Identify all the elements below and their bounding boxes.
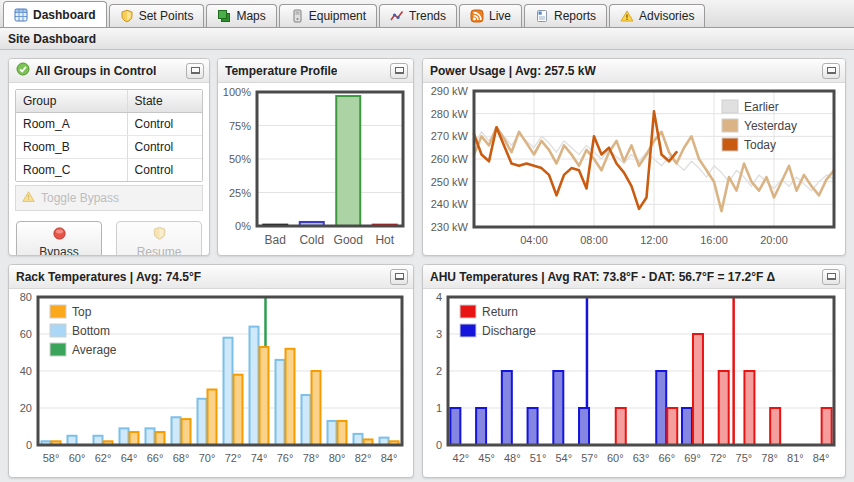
svg-text:Top: Top <box>72 305 92 319</box>
tab-live[interactable]: Live <box>459 4 522 27</box>
tab-label: Dashboard <box>33 8 96 22</box>
table-row[interactable]: Room_B Control <box>16 136 202 159</box>
svg-text:60°: 60° <box>69 452 86 464</box>
group-name: Room_C <box>16 159 128 181</box>
tab-advisories[interactable]: Advisories <box>609 4 705 27</box>
server-icon <box>290 9 304 23</box>
group-name: Room_A <box>16 113 128 135</box>
svg-text:68°: 68° <box>173 452 190 464</box>
shield-icon <box>152 226 167 244</box>
ahu-temperatures-svg: 0123442°45°48°51°54°57°60°63°66°69°72°75… <box>426 292 842 474</box>
minimize-button[interactable] <box>390 63 408 79</box>
groups-panel-actions: Bypass Resume <box>15 221 203 256</box>
svg-text:Bottom: Bottom <box>72 324 110 338</box>
bypass-button[interactable]: Bypass <box>16 221 102 256</box>
rss-icon <box>470 9 484 23</box>
svg-text:80: 80 <box>20 292 32 303</box>
svg-text:57°: 57° <box>581 452 598 464</box>
svg-text:Discharge: Discharge <box>482 324 536 338</box>
svg-text:0: 0 <box>26 439 32 451</box>
warning-icon <box>620 9 634 23</box>
tab-dashboard[interactable]: Dashboard <box>3 1 107 27</box>
panel-title: Temperature Profile <box>225 64 337 78</box>
groups-panel: All Groups in Control Group State Room_A… <box>8 58 210 256</box>
tab-bar: Dashboard Set Points Maps Equipment Tren… <box>0 0 854 28</box>
groups-table-header: Group State <box>16 90 202 113</box>
svg-text:45°: 45° <box>478 452 495 464</box>
svg-text:0%: 0% <box>235 220 251 232</box>
rack-temperatures-header: Rack Temperatures | Avg: 74.5°F <box>9 265 413 289</box>
svg-text:260 kW: 260 kW <box>431 153 469 165</box>
minimize-button[interactable] <box>186 63 204 79</box>
column-header-state[interactable]: State <box>128 90 202 112</box>
temperature-profile-header: Temperature Profile <box>218 59 413 83</box>
minimize-button[interactable] <box>390 269 408 285</box>
svg-text:Cold: Cold <box>299 233 324 247</box>
tab-label: Trends <box>409 9 446 23</box>
ahu-temperatures-panel: AHU Temperatures | Avg RAT: 73.8°F - DAT… <box>422 264 846 478</box>
power-usage-svg: 230 kW240 kW250 kW260 kW270 kW280 kW290 … <box>426 86 842 252</box>
svg-text:08:00: 08:00 <box>580 234 608 246</box>
minimize-button[interactable] <box>822 63 840 79</box>
layers-icon <box>217 9 231 23</box>
svg-text:Bad: Bad <box>265 233 286 247</box>
table-row[interactable]: Room_A Control <box>16 113 202 136</box>
svg-text:20:00: 20:00 <box>760 234 788 246</box>
svg-text:69°: 69° <box>684 452 701 464</box>
svg-text:12:00: 12:00 <box>640 234 668 246</box>
svg-text:Average: Average <box>72 343 117 357</box>
svg-text:Return: Return <box>482 305 518 319</box>
toggle-bypass-label: Toggle Bypass <box>41 191 119 205</box>
column-header-group[interactable]: Group <box>16 90 128 112</box>
group-state: Control <box>128 113 202 135</box>
svg-text:0: 0 <box>436 439 442 451</box>
svg-text:48°: 48° <box>504 452 521 464</box>
svg-text:54°: 54° <box>555 452 572 464</box>
tab-label: Maps <box>236 9 265 23</box>
svg-text:240 kW: 240 kW <box>431 198 469 210</box>
svg-text:25%: 25% <box>229 187 251 199</box>
tab-maps[interactable]: Maps <box>206 4 276 27</box>
panel-title: Power Usage | Avg: 257.5 kW <box>430 64 596 78</box>
svg-text:64°: 64° <box>121 452 138 464</box>
svg-text:84°: 84° <box>813 452 830 464</box>
svg-text:80°: 80° <box>329 452 346 464</box>
warning-triangle-icon <box>22 190 35 206</box>
svg-text:60: 60 <box>20 328 32 340</box>
toggle-bypass-strip[interactable]: Toggle Bypass <box>15 185 203 211</box>
svg-text:100%: 100% <box>223 86 251 98</box>
power-usage-panel: Power Usage | Avg: 257.5 kW 230 kW240 kW… <box>422 58 846 256</box>
table-row[interactable]: Room_C Control <box>16 159 202 181</box>
resume-button-label: Resume <box>137 245 182 256</box>
minimize-button[interactable] <box>822 269 840 285</box>
svg-text:20: 20 <box>20 402 32 414</box>
svg-text:Good: Good <box>334 233 363 247</box>
svg-text:76°: 76° <box>277 452 294 464</box>
svg-text:1: 1 <box>436 402 442 414</box>
group-name: Room_B <box>16 136 128 158</box>
collapse-icon <box>827 67 836 74</box>
svg-text:60°: 60° <box>607 452 624 464</box>
tab-trends[interactable]: Trends <box>379 4 457 27</box>
tab-label: Equipment <box>309 9 366 23</box>
svg-text:72°: 72° <box>225 452 242 464</box>
collapse-icon <box>191 67 200 74</box>
tab-set-points[interactable]: Set Points <box>109 4 205 27</box>
svg-text:84°: 84° <box>381 452 398 464</box>
svg-text:2: 2 <box>436 365 442 377</box>
ahu-temperatures-header: AHU Temperatures | Avg RAT: 73.8°F - DAT… <box>423 265 845 289</box>
svg-text:280 kW: 280 kW <box>431 108 469 120</box>
svg-text:16:00: 16:00 <box>700 234 728 246</box>
group-state: Control <box>128 159 202 181</box>
temperature-profile-chart: 0%25%50%75%100%BadColdGoodHot <box>218 83 413 256</box>
groups-panel-header: All Groups in Control <box>9 59 209 83</box>
tab-equipment[interactable]: Equipment <box>279 4 377 27</box>
tab-reports[interactable]: Reports <box>524 4 607 27</box>
tab-label: Set Points <box>139 9 194 23</box>
tab-label: Live <box>489 9 511 23</box>
svg-text:50%: 50% <box>229 153 251 165</box>
resume-button[interactable]: Resume <box>116 221 202 256</box>
svg-text:66°: 66° <box>147 452 164 464</box>
collapse-icon <box>395 67 404 74</box>
svg-text:250 kW: 250 kW <box>431 176 469 188</box>
